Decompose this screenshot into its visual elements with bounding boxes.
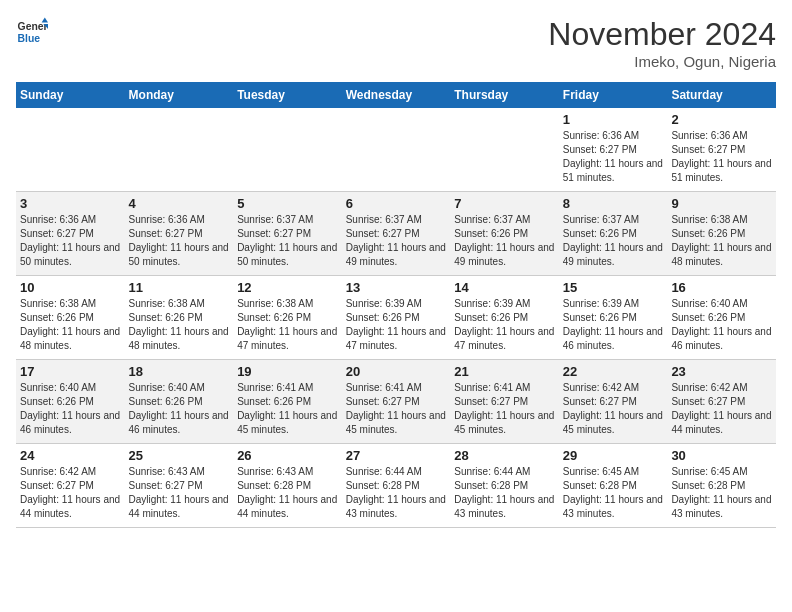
calendar-cell: 4Sunrise: 6:36 AM Sunset: 6:27 PM Daylig… xyxy=(125,192,234,276)
day-info: Sunrise: 6:45 AM Sunset: 6:28 PM Dayligh… xyxy=(563,465,664,521)
weekday-header: Friday xyxy=(559,82,668,108)
weekday-header: Wednesday xyxy=(342,82,451,108)
day-number: 6 xyxy=(346,196,447,211)
calendar-week-row: 10Sunrise: 6:38 AM Sunset: 6:26 PM Dayli… xyxy=(16,276,776,360)
weekday-header: Saturday xyxy=(667,82,776,108)
title-block: November 2024 Imeko, Ogun, Nigeria xyxy=(548,16,776,70)
location: Imeko, Ogun, Nigeria xyxy=(548,53,776,70)
weekday-header: Thursday xyxy=(450,82,559,108)
day-info: Sunrise: 6:40 AM Sunset: 6:26 PM Dayligh… xyxy=(129,381,230,437)
day-info: Sunrise: 6:36 AM Sunset: 6:27 PM Dayligh… xyxy=(563,129,664,185)
calendar-week-row: 17Sunrise: 6:40 AM Sunset: 6:26 PM Dayli… xyxy=(16,360,776,444)
svg-text:General: General xyxy=(18,21,48,32)
calendar-cell: 29Sunrise: 6:45 AM Sunset: 6:28 PM Dayli… xyxy=(559,444,668,528)
calendar-cell: 10Sunrise: 6:38 AM Sunset: 6:26 PM Dayli… xyxy=(16,276,125,360)
calendar-cell: 26Sunrise: 6:43 AM Sunset: 6:28 PM Dayli… xyxy=(233,444,342,528)
day-number: 20 xyxy=(346,364,447,379)
calendar-cell: 9Sunrise: 6:38 AM Sunset: 6:26 PM Daylig… xyxy=(667,192,776,276)
calendar-cell: 8Sunrise: 6:37 AM Sunset: 6:26 PM Daylig… xyxy=(559,192,668,276)
svg-text:Blue: Blue xyxy=(18,33,41,44)
calendar-cell: 20Sunrise: 6:41 AM Sunset: 6:27 PM Dayli… xyxy=(342,360,451,444)
calendar-cell: 5Sunrise: 6:37 AM Sunset: 6:27 PM Daylig… xyxy=(233,192,342,276)
calendar-cell xyxy=(16,108,125,192)
day-number: 2 xyxy=(671,112,772,127)
day-info: Sunrise: 6:42 AM Sunset: 6:27 PM Dayligh… xyxy=(671,381,772,437)
calendar-cell xyxy=(233,108,342,192)
calendar-cell: 13Sunrise: 6:39 AM Sunset: 6:26 PM Dayli… xyxy=(342,276,451,360)
calendar-cell: 11Sunrise: 6:38 AM Sunset: 6:26 PM Dayli… xyxy=(125,276,234,360)
day-number: 14 xyxy=(454,280,555,295)
day-number: 11 xyxy=(129,280,230,295)
weekday-header: Sunday xyxy=(16,82,125,108)
day-info: Sunrise: 6:39 AM Sunset: 6:26 PM Dayligh… xyxy=(563,297,664,353)
calendar-table: SundayMondayTuesdayWednesdayThursdayFrid… xyxy=(16,82,776,528)
day-info: Sunrise: 6:42 AM Sunset: 6:27 PM Dayligh… xyxy=(563,381,664,437)
calendar-cell: 14Sunrise: 6:39 AM Sunset: 6:26 PM Dayli… xyxy=(450,276,559,360)
logo-icon: General Blue xyxy=(16,16,48,48)
calendar-cell: 12Sunrise: 6:38 AM Sunset: 6:26 PM Dayli… xyxy=(233,276,342,360)
calendar-cell: 7Sunrise: 6:37 AM Sunset: 6:26 PM Daylig… xyxy=(450,192,559,276)
calendar-cell: 24Sunrise: 6:42 AM Sunset: 6:27 PM Dayli… xyxy=(16,444,125,528)
calendar-week-row: 1Sunrise: 6:36 AM Sunset: 6:27 PM Daylig… xyxy=(16,108,776,192)
day-info: Sunrise: 6:43 AM Sunset: 6:27 PM Dayligh… xyxy=(129,465,230,521)
calendar-cell: 30Sunrise: 6:45 AM Sunset: 6:28 PM Dayli… xyxy=(667,444,776,528)
day-number: 3 xyxy=(20,196,121,211)
day-info: Sunrise: 6:37 AM Sunset: 6:26 PM Dayligh… xyxy=(563,213,664,269)
calendar-cell xyxy=(125,108,234,192)
calendar-cell: 15Sunrise: 6:39 AM Sunset: 6:26 PM Dayli… xyxy=(559,276,668,360)
day-info: Sunrise: 6:36 AM Sunset: 6:27 PM Dayligh… xyxy=(20,213,121,269)
day-info: Sunrise: 6:41 AM Sunset: 6:27 PM Dayligh… xyxy=(454,381,555,437)
day-number: 1 xyxy=(563,112,664,127)
calendar-cell: 21Sunrise: 6:41 AM Sunset: 6:27 PM Dayli… xyxy=(450,360,559,444)
day-info: Sunrise: 6:45 AM Sunset: 6:28 PM Dayligh… xyxy=(671,465,772,521)
day-number: 26 xyxy=(237,448,338,463)
day-info: Sunrise: 6:38 AM Sunset: 6:26 PM Dayligh… xyxy=(671,213,772,269)
day-number: 18 xyxy=(129,364,230,379)
day-number: 27 xyxy=(346,448,447,463)
logo: General Blue xyxy=(16,16,48,48)
calendar-cell: 22Sunrise: 6:42 AM Sunset: 6:27 PM Dayli… xyxy=(559,360,668,444)
svg-marker-2 xyxy=(42,18,48,23)
day-number: 24 xyxy=(20,448,121,463)
day-number: 5 xyxy=(237,196,338,211)
day-number: 23 xyxy=(671,364,772,379)
day-info: Sunrise: 6:42 AM Sunset: 6:27 PM Dayligh… xyxy=(20,465,121,521)
day-number: 4 xyxy=(129,196,230,211)
day-info: Sunrise: 6:40 AM Sunset: 6:26 PM Dayligh… xyxy=(671,297,772,353)
day-info: Sunrise: 6:37 AM Sunset: 6:27 PM Dayligh… xyxy=(346,213,447,269)
day-info: Sunrise: 6:43 AM Sunset: 6:28 PM Dayligh… xyxy=(237,465,338,521)
day-number: 12 xyxy=(237,280,338,295)
day-number: 22 xyxy=(563,364,664,379)
calendar-cell: 17Sunrise: 6:40 AM Sunset: 6:26 PM Dayli… xyxy=(16,360,125,444)
day-info: Sunrise: 6:44 AM Sunset: 6:28 PM Dayligh… xyxy=(346,465,447,521)
day-number: 7 xyxy=(454,196,555,211)
calendar-cell: 16Sunrise: 6:40 AM Sunset: 6:26 PM Dayli… xyxy=(667,276,776,360)
weekday-header: Monday xyxy=(125,82,234,108)
day-number: 10 xyxy=(20,280,121,295)
calendar-cell: 28Sunrise: 6:44 AM Sunset: 6:28 PM Dayli… xyxy=(450,444,559,528)
day-number: 15 xyxy=(563,280,664,295)
day-info: Sunrise: 6:39 AM Sunset: 6:26 PM Dayligh… xyxy=(346,297,447,353)
day-number: 25 xyxy=(129,448,230,463)
calendar-cell: 2Sunrise: 6:36 AM Sunset: 6:27 PM Daylig… xyxy=(667,108,776,192)
day-info: Sunrise: 6:41 AM Sunset: 6:27 PM Dayligh… xyxy=(346,381,447,437)
day-number: 16 xyxy=(671,280,772,295)
day-info: Sunrise: 6:38 AM Sunset: 6:26 PM Dayligh… xyxy=(20,297,121,353)
calendar-week-row: 3Sunrise: 6:36 AM Sunset: 6:27 PM Daylig… xyxy=(16,192,776,276)
day-number: 9 xyxy=(671,196,772,211)
day-number: 30 xyxy=(671,448,772,463)
day-info: Sunrise: 6:39 AM Sunset: 6:26 PM Dayligh… xyxy=(454,297,555,353)
page-header: General Blue November 2024 Imeko, Ogun, … xyxy=(16,16,776,70)
day-info: Sunrise: 6:38 AM Sunset: 6:26 PM Dayligh… xyxy=(237,297,338,353)
month-title: November 2024 xyxy=(548,16,776,53)
day-number: 29 xyxy=(563,448,664,463)
day-info: Sunrise: 6:36 AM Sunset: 6:27 PM Dayligh… xyxy=(129,213,230,269)
calendar-cell: 18Sunrise: 6:40 AM Sunset: 6:26 PM Dayli… xyxy=(125,360,234,444)
calendar-cell: 1Sunrise: 6:36 AM Sunset: 6:27 PM Daylig… xyxy=(559,108,668,192)
day-info: Sunrise: 6:40 AM Sunset: 6:26 PM Dayligh… xyxy=(20,381,121,437)
weekday-header: Tuesday xyxy=(233,82,342,108)
weekday-header-row: SundayMondayTuesdayWednesdayThursdayFrid… xyxy=(16,82,776,108)
calendar-cell: 23Sunrise: 6:42 AM Sunset: 6:27 PM Dayli… xyxy=(667,360,776,444)
calendar-cell: 6Sunrise: 6:37 AM Sunset: 6:27 PM Daylig… xyxy=(342,192,451,276)
day-number: 17 xyxy=(20,364,121,379)
